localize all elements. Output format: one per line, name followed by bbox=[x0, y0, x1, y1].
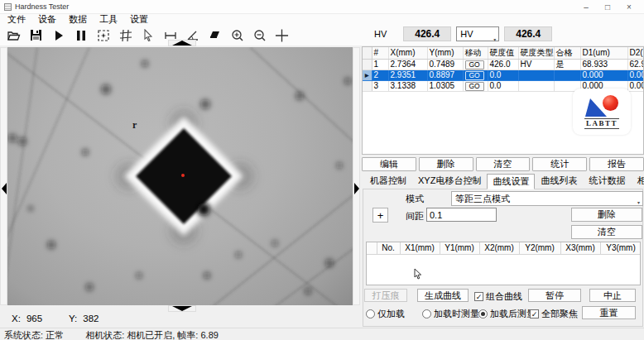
auto-focus-icon[interactable] bbox=[96, 28, 110, 42]
radio-load-only[interactable]: 仅加载 bbox=[366, 308, 405, 320]
status-bar: 系统状态: 正常 相机状态: 相机已开启, 帧率: 6.89 bbox=[0, 328, 644, 340]
collapse-down-icon[interactable] bbox=[172, 306, 192, 311]
title-bar: Hardness Tester – □ × bbox=[0, 0, 644, 14]
col-pass: 合格 bbox=[554, 47, 580, 60]
open-file-icon[interactable] bbox=[7, 28, 21, 42]
camera-status: 相机状态: 相机已开启, 帧率: 6.89 bbox=[85, 329, 219, 340]
y-value: 382 bbox=[83, 314, 99, 323]
collapse-right-icon[interactable] bbox=[354, 183, 359, 194]
spacing-input[interactable] bbox=[426, 208, 497, 222]
tab-curve-settings[interactable]: 曲线设置 bbox=[487, 174, 535, 189]
radio-icon bbox=[366, 309, 375, 318]
window-title: Hardness Tester bbox=[15, 2, 69, 11]
col-index: # bbox=[372, 47, 388, 60]
table-row-selected[interactable]: ▸ 2 2.9351 0.8897 GO 0.0 0.000 0.00 bbox=[363, 70, 644, 81]
top-splitter[interactable] bbox=[168, 40, 196, 46]
row-selector-icon: ▸ bbox=[363, 70, 372, 81]
microscope-image[interactable]: r bbox=[7, 47, 353, 305]
col-d2: D2( bbox=[627, 47, 644, 60]
radio-icon bbox=[422, 309, 431, 318]
col-hardness: 硬度值 bbox=[488, 47, 518, 60]
points-header-row: No. X1(mm) Y1(mm) X2(mm) Y2(mm) X3(mm) Y… bbox=[367, 242, 641, 255]
col-x: X(mm) bbox=[388, 47, 427, 60]
delete-button[interactable]: 删除 bbox=[419, 157, 473, 171]
collapse-left-icon[interactable] bbox=[2, 183, 7, 194]
focus-all-checkbox[interactable]: ✓ 全部聚焦 bbox=[530, 308, 578, 320]
eraser-icon[interactable] bbox=[208, 28, 222, 42]
edit-button[interactable]: 编辑 bbox=[362, 157, 416, 171]
close-button[interactable]: × bbox=[618, 2, 640, 12]
action-buttons: 编辑 删除 清空 统计 报告 bbox=[362, 157, 644, 171]
menu-bar: 文件 设备 数据 工具 设置 bbox=[0, 14, 644, 25]
col-type: 硬度类型 bbox=[518, 47, 554, 60]
menu-device[interactable]: 设备 bbox=[37, 13, 57, 26]
col-no: No. bbox=[377, 242, 400, 255]
hv-label: HV bbox=[374, 29, 398, 39]
tab-machine-control[interactable]: 机器控制 bbox=[364, 173, 412, 189]
y-label: Y: bbox=[69, 314, 77, 323]
go-button[interactable]: GO bbox=[465, 82, 484, 91]
x-label: X: bbox=[12, 314, 21, 323]
curve-points-table[interactable]: No. X1(mm) Y1(mm) X2(mm) Y2(mm) X3(mm) Y… bbox=[366, 242, 641, 285]
grid-icon[interactable] bbox=[118, 28, 132, 42]
abort-button[interactable]: 中止 bbox=[589, 289, 636, 302]
hardness-unit-select[interactable]: HV ▾ bbox=[456, 26, 499, 41]
col-d1: D1(um) bbox=[580, 47, 627, 60]
crosshair-icon[interactable] bbox=[275, 28, 289, 42]
radio-measure-while-loading[interactable]: 加载时测量 bbox=[422, 308, 479, 320]
menu-file[interactable]: 文件 bbox=[7, 13, 26, 26]
menu-data[interactable]: 数据 bbox=[68, 13, 88, 26]
minimize-button[interactable]: – bbox=[575, 2, 597, 12]
indent-button: 打压痕 bbox=[364, 289, 407, 302]
menu-settings[interactable]: 设置 bbox=[129, 13, 149, 26]
report-button[interactable]: 报告 bbox=[589, 157, 644, 171]
table-row[interactable]: 1 2.7364 0.7489 GO 426.0 HV 是 68.933 62.… bbox=[363, 60, 644, 70]
col-x1: X1(mm) bbox=[400, 242, 440, 255]
app-icon bbox=[4, 3, 12, 11]
system-status: 系统状态: 正常 bbox=[4, 329, 64, 340]
go-button[interactable]: GO bbox=[465, 60, 484, 69]
zoom-out-icon[interactable] bbox=[252, 28, 267, 42]
image-mark-r: r bbox=[132, 119, 137, 131]
results-header-row: # X(mm) Y(mm) 移动 硬度值 硬度类型 合格 D1(um) D2( bbox=[363, 47, 644, 60]
play-icon[interactable] bbox=[51, 28, 65, 42]
pause-icon[interactable] bbox=[74, 28, 88, 42]
chevron-down-icon: ▾ bbox=[493, 33, 496, 46]
collapse-up-icon[interactable] bbox=[172, 41, 192, 45]
col-move: 移动 bbox=[463, 47, 488, 60]
right-splitter[interactable] bbox=[353, 47, 360, 305]
combine-curve-checkbox[interactable]: ✓ 组合曲线 bbox=[474, 290, 522, 303]
cursor-select-icon[interactable] bbox=[141, 28, 155, 42]
mouse-cursor-icon bbox=[414, 268, 423, 281]
reset-button[interactable]: 重置 bbox=[582, 306, 636, 319]
curve-delete-button[interactable]: 删除 bbox=[571, 208, 642, 222]
generate-curve-button[interactable]: 生成曲线 bbox=[417, 289, 469, 302]
left-splitter[interactable] bbox=[0, 47, 7, 305]
menu-tools[interactable]: 工具 bbox=[99, 13, 118, 26]
zoom-in-icon[interactable] bbox=[230, 28, 244, 42]
mode-label: 模式 bbox=[406, 193, 424, 205]
col-y3: Y3(mm) bbox=[600, 242, 641, 255]
bottom-splitter[interactable] bbox=[168, 305, 196, 312]
col-y2: Y2(mm) bbox=[519, 242, 560, 255]
maximize-button[interactable]: □ bbox=[597, 2, 618, 12]
checkbox-checked-icon: ✓ bbox=[474, 292, 483, 301]
pause-button[interactable]: 暂停 bbox=[528, 289, 581, 302]
mode-select[interactable]: 等距三点模式 ▾ bbox=[451, 191, 643, 206]
tab-curve-list[interactable]: 曲线列表 bbox=[535, 173, 583, 189]
save-icon[interactable] bbox=[29, 28, 43, 42]
tab-xyz-stage-control[interactable]: XYZ电移台控制 bbox=[412, 173, 487, 189]
pixel-coordinates: X: 965 Y: 382 bbox=[12, 314, 99, 323]
checkbox-checked-icon: ✓ bbox=[530, 309, 539, 318]
statistics-button[interactable]: 统计 bbox=[532, 157, 587, 171]
tab-album[interactable]: 相册 bbox=[631, 173, 644, 189]
clear-button[interactable]: 清空 bbox=[476, 157, 531, 171]
col-x3: X3(mm) bbox=[560, 242, 600, 255]
go-button[interactable]: GO bbox=[465, 71, 484, 80]
mode-row: 模式 等距三点模式 ▾ bbox=[362, 191, 644, 206]
add-point-button[interactable]: + bbox=[372, 208, 388, 223]
tab-statistics-data[interactable]: 统计数据 bbox=[583, 173, 631, 189]
hv-value-right: 426.4 bbox=[504, 26, 552, 41]
curve-clear-button[interactable]: 清空 bbox=[571, 225, 642, 239]
radio-measure-after-loading[interactable]: 加载后测量 bbox=[478, 308, 536, 320]
